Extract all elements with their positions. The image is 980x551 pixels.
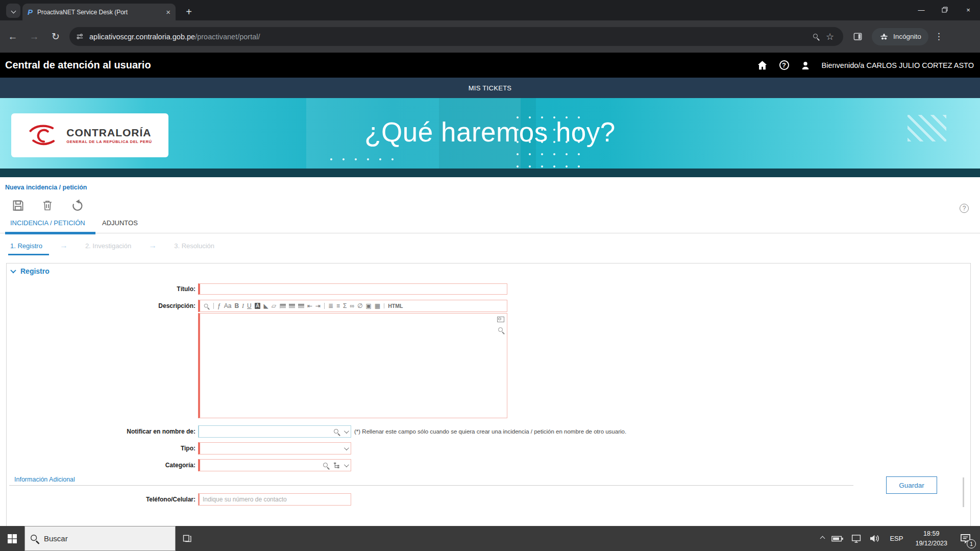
chevron-down-icon[interactable] <box>344 428 349 434</box>
url-bar[interactable]: aplicativoscgr.contraloria.gob.pe/proact… <box>69 27 843 46</box>
minimize-button[interactable]: — <box>910 0 933 19</box>
tipo-row: Tipo: <box>0 442 351 454</box>
editor-bold-icon[interactable]: B <box>234 303 239 309</box>
step-registro[interactable]: 1. Registro <box>10 242 42 250</box>
editor-highlight-icon[interactable]: ◣ <box>263 303 268 309</box>
undo-icon <box>70 199 84 212</box>
banner-bottom-band <box>0 169 980 177</box>
notificar-row: Notificar en nombre de: (*) Rellenar est… <box>0 425 626 438</box>
tab-incidencia-peticion[interactable]: INCIDENCIA / PETICIÓN <box>10 219 85 227</box>
reload-button[interactable]: ↻ <box>47 28 64 45</box>
clock[interactable]: 18:59 19/12/2023 <box>915 529 947 547</box>
help-button[interactable]: ? <box>779 60 789 70</box>
editor-italic-icon[interactable]: I <box>242 303 244 309</box>
editor-align-left-icon[interactable] <box>280 304 286 308</box>
delete-button[interactable] <box>40 198 55 213</box>
editor-zoom-icon[interactable] <box>203 303 210 309</box>
record-actions <box>10 198 85 213</box>
restore-button[interactable] <box>933 0 957 19</box>
editor-indent-icon[interactable]: ⇥ <box>315 303 321 309</box>
tray-expand-icon[interactable] <box>820 536 825 541</box>
editor-link-icon[interactable]: ∞ <box>350 303 354 309</box>
descripcion-textarea[interactable] <box>200 314 507 418</box>
forward-button[interactable]: → <box>26 28 43 45</box>
trash-icon <box>41 199 54 212</box>
incognito-icon <box>879 32 889 41</box>
chevron-down-icon <box>11 8 16 13</box>
network-icon[interactable] <box>851 534 862 543</box>
editor-image-icon[interactable]: ▣ <box>366 303 372 309</box>
page-title: Central de atención al usuario <box>5 59 756 71</box>
editor-ordered-list-icon[interactable]: ≣ <box>324 303 333 309</box>
side-panel-icon[interactable] <box>850 30 865 44</box>
telefono-input[interactable] <box>198 493 351 506</box>
search-user-icon[interactable] <box>333 428 340 435</box>
descripcion-toolbar-row: Descripción: ƒAaBIUA◣▱⇤⇥≣≡Σ∞∅▣▦HTML <box>0 300 507 312</box>
browser-tab[interactable]: P ProactivaNET Service Desk (Port × <box>22 4 176 20</box>
language-indicator[interactable]: ESP <box>890 535 903 542</box>
taskbar-search[interactable]: Buscar <box>24 526 176 551</box>
incognito-label: Incógnito <box>893 33 921 40</box>
zoom-page-icon[interactable] <box>808 30 823 44</box>
tab-close-icon[interactable]: × <box>166 8 170 16</box>
registro-section-header[interactable]: Registro <box>11 267 50 275</box>
action-center-button[interactable]: 1 <box>958 531 973 546</box>
editor-font-size-icon[interactable]: Aa <box>224 303 232 309</box>
titulo-input[interactable] <box>198 283 507 295</box>
guardar-button[interactable]: Guardar <box>886 476 937 494</box>
zoom-editor-icon[interactable] <box>498 327 504 333</box>
maximize-editor-icon[interactable] <box>497 317 504 322</box>
help-icon: ? <box>779 60 789 70</box>
section-help-icon[interactable]: ? <box>960 204 969 213</box>
scrollbar-thumb[interactable] <box>963 477 964 507</box>
home-button[interactable] <box>756 60 768 71</box>
informacion-adicional-link[interactable]: Información Adicional <box>14 476 75 483</box>
site-settings-icon[interactable] <box>76 32 84 41</box>
new-tab-button[interactable]: + <box>182 5 196 19</box>
editor-font-icon[interactable]: ƒ <box>213 303 221 309</box>
detail-tabs: INCIDENCIA / PETICIÓN ADJUNTOS <box>0 219 980 233</box>
editor-table-icon[interactable]: ▦ <box>375 303 380 309</box>
back-button[interactable]: ← <box>4 28 21 45</box>
home-icon <box>756 60 768 71</box>
chevron-down-icon[interactable] <box>344 462 349 467</box>
editor-bullet-list-icon[interactable]: ≡ <box>336 303 340 309</box>
incognito-badge[interactable]: Incógnito <box>872 28 928 45</box>
chevron-down-icon[interactable] <box>344 445 349 450</box>
save-button[interactable] <box>10 198 26 213</box>
descripcion-editor[interactable] <box>198 313 507 418</box>
start-button[interactable] <box>0 526 24 551</box>
categoria-input[interactable] <box>198 459 351 471</box>
task-view-button[interactable] <box>176 526 198 551</box>
editor-unlink-icon[interactable]: ∅ <box>357 303 362 309</box>
editor-align-right-icon[interactable] <box>298 304 304 308</box>
close-window-button[interactable]: × <box>957 0 980 19</box>
titulo-row: Título: <box>0 283 507 295</box>
search-category-icon[interactable] <box>323 462 329 469</box>
nav-item-mis-tickets[interactable]: MIS TICKETS <box>469 84 512 92</box>
reset-button[interactable] <box>69 198 85 213</box>
editor-underline-icon[interactable]: U <box>247 303 252 309</box>
editor-toolbar-icons: ƒAaBIUA◣▱⇤⇥≣≡Σ∞∅▣▦HTML <box>198 300 507 312</box>
browser-menu-icon[interactable]: ⋮ <box>935 31 943 42</box>
editor-special-char-icon[interactable]: Σ <box>343 303 347 309</box>
category-tree-icon[interactable] <box>333 462 340 469</box>
telefono-row: Teléfono/Celular: <box>0 493 351 506</box>
date: 19/12/2023 <box>915 539 947 548</box>
tab-adjuntos[interactable]: ADJUNTOS <box>102 219 138 227</box>
bookmark-star-icon[interactable]: ☆ <box>823 30 837 44</box>
time: 18:59 <box>915 529 947 538</box>
tipo-select[interactable] <box>198 442 351 454</box>
user-button[interactable] <box>800 60 811 71</box>
volume-icon[interactable] <box>869 534 880 543</box>
system-tray: ESP 18:59 19/12/2023 1 <box>821 526 980 551</box>
tab-search-button[interactable] <box>6 4 20 18</box>
editor-eraser-icon[interactable]: ▱ <box>272 303 276 309</box>
breadcrumb[interactable]: Nueva incidencia / petición <box>5 184 87 191</box>
battery-icon[interactable] <box>831 535 844 542</box>
notificar-input[interactable] <box>198 425 351 438</box>
editor-font-color-icon[interactable]: A <box>255 303 261 309</box>
editor-align-center-icon[interactable] <box>289 304 295 308</box>
editor-html-icon[interactable]: HTML <box>384 303 403 309</box>
editor-outdent-icon[interactable]: ⇤ <box>307 303 312 309</box>
